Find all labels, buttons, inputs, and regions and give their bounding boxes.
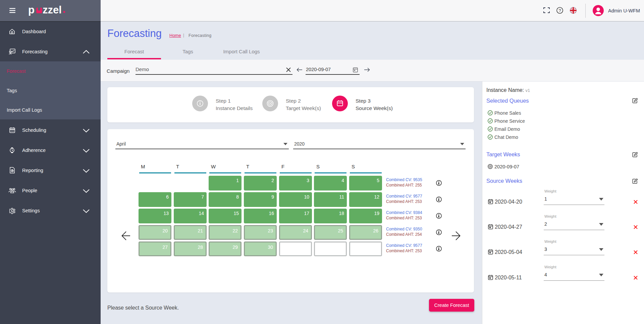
svg-text:?: ? — [558, 8, 561, 13]
svg-text:zzel: zzel — [43, 4, 62, 16]
svg-text:p: p — [28, 4, 35, 16]
